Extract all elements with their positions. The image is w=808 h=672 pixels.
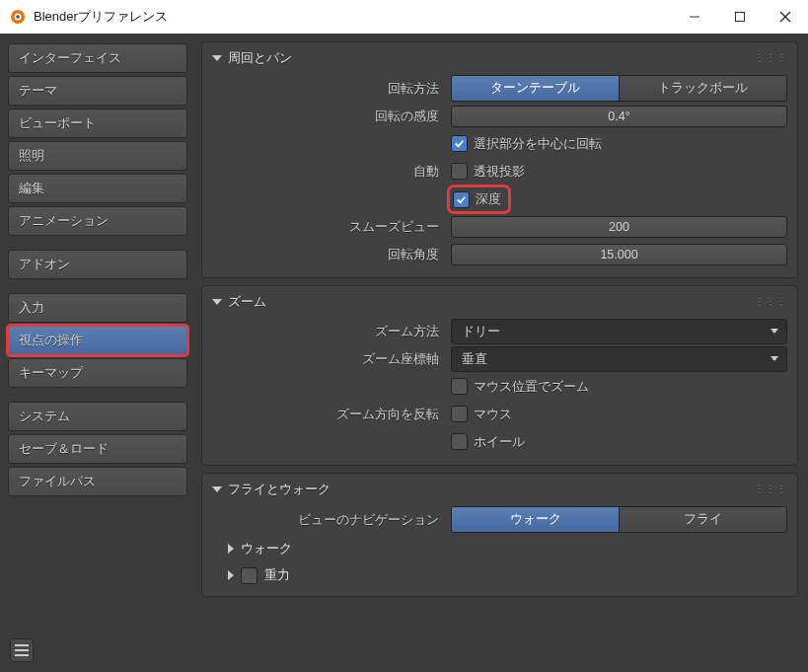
gravity-label: 重力 — [264, 566, 290, 584]
panel-title: ズーム — [228, 293, 266, 311]
sidebar-item[interactable]: 入力 — [8, 293, 187, 323]
blender-logo-icon — [10, 9, 26, 25]
orbit-pan-panel: 周回とパン ⋮⋮⋮ 回転方法 ターンテーブルトラックボール 回転の感度 0.4°… — [201, 41, 798, 278]
orbit-selection-checkbox[interactable] — [451, 135, 468, 152]
disclosure-open-icon — [212, 299, 222, 305]
title-bar: Blenderプリファレンス — [0, 0, 808, 34]
mouse-pos-zoom-label: マウス位置でズーム — [474, 378, 589, 396]
invert-zoom-label: ズーム方向を反転 — [202, 406, 451, 423]
sidebar-item[interactable]: システム — [8, 402, 187, 431]
zoom-axis-label: ズーム座標軸 — [202, 350, 451, 368]
view-navigation-label: ビューのナビゲーション — [202, 511, 451, 529]
depth-label: 深度 — [476, 190, 501, 208]
zoom-axis-dropdown[interactable]: 垂直 — [451, 346, 787, 372]
disclosure-open-icon — [212, 55, 222, 61]
mouse-pos-zoom-checkbox[interactable] — [451, 378, 468, 395]
sidebar: インターフェイステーマビューポート照明編集アニメーションアドオン入力視点の操作キ… — [0, 34, 187, 672]
sidebar-item[interactable]: キーマップ — [8, 358, 187, 388]
nav-option[interactable]: フライ — [620, 507, 786, 532]
orbit-pan-header[interactable]: 周回とパン ⋮⋮⋮ — [202, 42, 797, 73]
rotation-method-group[interactable]: ターンテーブルトラックボール — [451, 75, 787, 102]
content-area: 周回とパン ⋮⋮⋮ 回転方法 ターンテーブルトラックボール 回転の感度 0.4°… — [187, 34, 808, 672]
perspective-label: 透視投影 — [474, 163, 525, 181]
zoom-method-label: ズーム方法 — [202, 323, 451, 340]
drag-handle-icon[interactable]: ⋮⋮⋮ — [755, 296, 787, 307]
sidebar-item[interactable]: 照明 — [8, 141, 187, 171]
walk-subpanel[interactable]: ウォーク — [202, 535, 797, 561]
panel-title: フライとウォーク — [228, 481, 331, 498]
rotation-angle-field[interactable]: 15.000 — [451, 244, 787, 265]
rotation-method-label: 回転方法 — [202, 80, 451, 98]
sensitivity-field[interactable]: 0.4° — [451, 106, 787, 127]
fly-walk-header[interactable]: フライとウォーク ⋮⋮⋮ — [202, 474, 797, 504]
gravity-subpanel[interactable]: 重力 — [202, 561, 797, 588]
svg-rect-4 — [736, 13, 745, 22]
invert-wheel-checkbox[interactable] — [451, 433, 468, 450]
disclosure-open-icon — [212, 486, 222, 492]
drag-handle-icon[interactable]: ⋮⋮⋮ — [755, 52, 787, 63]
rotation-angle-label: 回転角度 — [202, 246, 451, 263]
hamburger-menu-button[interactable] — [10, 638, 34, 662]
panel-title: 周回とパン — [228, 49, 292, 67]
rotation-method-option[interactable]: ターンテーブル — [452, 76, 620, 101]
minimize-button[interactable] — [672, 0, 717, 34]
zoom-header[interactable]: ズーム ⋮⋮⋮ — [202, 286, 797, 317]
nav-option[interactable]: ウォーク — [452, 507, 620, 532]
window-title: Blenderプリファレンス — [34, 8, 672, 26]
disclosure-closed-icon — [228, 544, 234, 554]
sidebar-item[interactable]: アニメーション — [8, 206, 187, 236]
invert-mouse-checkbox[interactable] — [451, 406, 468, 422]
sidebar-item[interactable]: インターフェイス — [8, 43, 187, 73]
sidebar-item[interactable]: ビューポート — [8, 109, 187, 138]
sidebar-item[interactable]: アドオン — [8, 250, 187, 279]
gravity-checkbox[interactable] — [241, 567, 257, 584]
fly-walk-panel: フライとウォーク ⋮⋮⋮ ビューのナビゲーション ウォークフライ ウォーク 重力 — [201, 473, 798, 597]
auto-label: 自動 — [202, 163, 451, 181]
orbit-selection-label: 選択部分を中心に回転 — [474, 135, 602, 153]
rotation-method-option[interactable]: トラックボール — [620, 76, 786, 101]
svg-point-2 — [16, 15, 20, 19]
smooth-view-field[interactable]: 200 — [451, 216, 787, 238]
zoom-panel: ズーム ⋮⋮⋮ ズーム方法 ドリー ズーム座標軸 垂直 マウス位置でズーム ズー… — [201, 285, 798, 466]
drag-handle-icon[interactable]: ⋮⋮⋮ — [755, 484, 787, 494]
perspective-checkbox[interactable] — [451, 163, 468, 180]
disclosure-closed-icon — [228, 570, 234, 580]
close-button[interactable] — [763, 0, 808, 34]
sidebar-item[interactable]: ファイルパス — [8, 467, 187, 496]
sensitivity-label: 回転の感度 — [202, 108, 451, 125]
sidebar-item[interactable]: 編集 — [8, 174, 187, 203]
sidebar-item[interactable]: 視点の操作 — [8, 326, 187, 355]
sidebar-item[interactable]: テーマ — [8, 76, 187, 106]
maximize-button[interactable] — [717, 0, 763, 34]
view-navigation-group[interactable]: ウォークフライ — [451, 506, 787, 533]
invert-wheel-label: ホイール — [474, 433, 525, 451]
smooth-view-label: スムーズビュー — [202, 218, 451, 236]
invert-mouse-label: マウス — [474, 406, 512, 423]
zoom-method-dropdown[interactable]: ドリー — [451, 319, 787, 344]
sidebar-item[interactable]: セーブ＆ロード — [8, 434, 187, 464]
depth-checkbox[interactable] — [453, 191, 470, 208]
walk-label: ウォーク — [241, 540, 292, 558]
